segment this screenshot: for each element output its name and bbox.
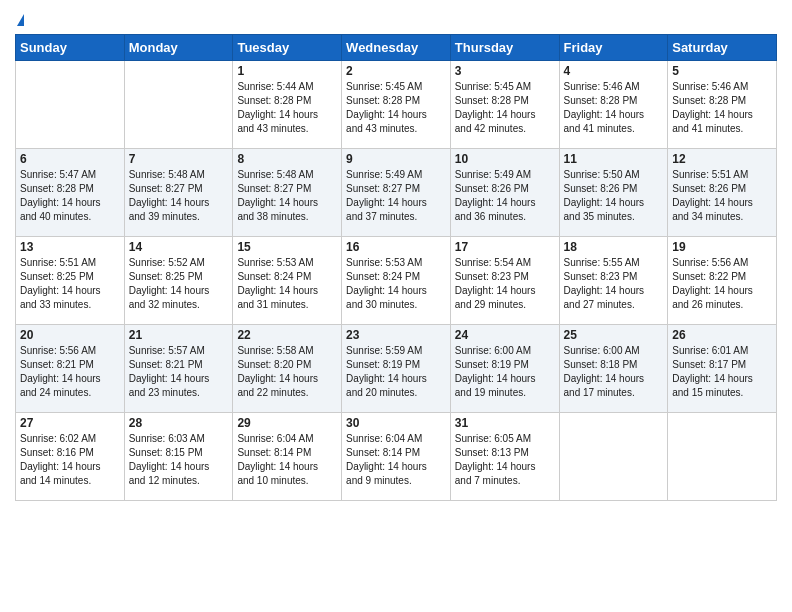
cell-sun-info: Sunrise: 5:54 AM Sunset: 8:23 PM Dayligh… (455, 256, 555, 312)
day-number: 2 (346, 64, 446, 78)
logo-triangle-icon (17, 14, 24, 26)
calendar-cell: 17Sunrise: 5:54 AM Sunset: 8:23 PM Dayli… (450, 237, 559, 325)
cell-sun-info: Sunrise: 5:52 AM Sunset: 8:25 PM Dayligh… (129, 256, 229, 312)
calendar-cell: 6Sunrise: 5:47 AM Sunset: 8:28 PM Daylig… (16, 149, 125, 237)
calendar-week-row: 13Sunrise: 5:51 AM Sunset: 8:25 PM Dayli… (16, 237, 777, 325)
day-number: 29 (237, 416, 337, 430)
calendar-cell: 15Sunrise: 5:53 AM Sunset: 8:24 PM Dayli… (233, 237, 342, 325)
calendar-cell: 31Sunrise: 6:05 AM Sunset: 8:13 PM Dayli… (450, 413, 559, 501)
day-number: 13 (20, 240, 120, 254)
cell-sun-info: Sunrise: 5:55 AM Sunset: 8:23 PM Dayligh… (564, 256, 664, 312)
day-number: 11 (564, 152, 664, 166)
calendar-cell: 23Sunrise: 5:59 AM Sunset: 8:19 PM Dayli… (342, 325, 451, 413)
cell-sun-info: Sunrise: 6:03 AM Sunset: 8:15 PM Dayligh… (129, 432, 229, 488)
calendar-cell: 24Sunrise: 6:00 AM Sunset: 8:19 PM Dayli… (450, 325, 559, 413)
calendar-cell: 5Sunrise: 5:46 AM Sunset: 8:28 PM Daylig… (668, 61, 777, 149)
calendar-cell: 25Sunrise: 6:00 AM Sunset: 8:18 PM Dayli… (559, 325, 668, 413)
calendar-week-row: 1Sunrise: 5:44 AM Sunset: 8:28 PM Daylig… (16, 61, 777, 149)
calendar-cell: 30Sunrise: 6:04 AM Sunset: 8:14 PM Dayli… (342, 413, 451, 501)
day-number: 17 (455, 240, 555, 254)
calendar-cell: 29Sunrise: 6:04 AM Sunset: 8:14 PM Dayli… (233, 413, 342, 501)
day-number: 18 (564, 240, 664, 254)
day-number: 28 (129, 416, 229, 430)
col-wednesday: Wednesday (342, 35, 451, 61)
cell-sun-info: Sunrise: 5:50 AM Sunset: 8:26 PM Dayligh… (564, 168, 664, 224)
day-number: 23 (346, 328, 446, 342)
cell-sun-info: Sunrise: 5:56 AM Sunset: 8:22 PM Dayligh… (672, 256, 772, 312)
calendar-cell: 20Sunrise: 5:56 AM Sunset: 8:21 PM Dayli… (16, 325, 125, 413)
day-number: 4 (564, 64, 664, 78)
day-number: 7 (129, 152, 229, 166)
day-number: 5 (672, 64, 772, 78)
cell-sun-info: Sunrise: 6:02 AM Sunset: 8:16 PM Dayligh… (20, 432, 120, 488)
cell-sun-info: Sunrise: 5:45 AM Sunset: 8:28 PM Dayligh… (455, 80, 555, 136)
day-number: 1 (237, 64, 337, 78)
col-tuesday: Tuesday (233, 35, 342, 61)
cell-sun-info: Sunrise: 6:01 AM Sunset: 8:17 PM Dayligh… (672, 344, 772, 400)
day-number: 3 (455, 64, 555, 78)
calendar-cell: 21Sunrise: 5:57 AM Sunset: 8:21 PM Dayli… (124, 325, 233, 413)
day-number: 15 (237, 240, 337, 254)
calendar-week-row: 27Sunrise: 6:02 AM Sunset: 8:16 PM Dayli… (16, 413, 777, 501)
calendar-header-row: Sunday Monday Tuesday Wednesday Thursday… (16, 35, 777, 61)
calendar-cell: 9Sunrise: 5:49 AM Sunset: 8:27 PM Daylig… (342, 149, 451, 237)
calendar-week-row: 20Sunrise: 5:56 AM Sunset: 8:21 PM Dayli… (16, 325, 777, 413)
calendar-cell (16, 61, 125, 149)
day-number: 26 (672, 328, 772, 342)
calendar-cell (124, 61, 233, 149)
cell-sun-info: Sunrise: 5:51 AM Sunset: 8:25 PM Dayligh… (20, 256, 120, 312)
calendar-cell: 12Sunrise: 5:51 AM Sunset: 8:26 PM Dayli… (668, 149, 777, 237)
cell-sun-info: Sunrise: 5:47 AM Sunset: 8:28 PM Dayligh… (20, 168, 120, 224)
col-sunday: Sunday (16, 35, 125, 61)
cell-sun-info: Sunrise: 5:49 AM Sunset: 8:27 PM Dayligh… (346, 168, 446, 224)
cell-sun-info: Sunrise: 6:05 AM Sunset: 8:13 PM Dayligh… (455, 432, 555, 488)
cell-sun-info: Sunrise: 5:53 AM Sunset: 8:24 PM Dayligh… (346, 256, 446, 312)
cell-sun-info: Sunrise: 5:48 AM Sunset: 8:27 PM Dayligh… (129, 168, 229, 224)
calendar-cell: 19Sunrise: 5:56 AM Sunset: 8:22 PM Dayli… (668, 237, 777, 325)
cell-sun-info: Sunrise: 5:59 AM Sunset: 8:19 PM Dayligh… (346, 344, 446, 400)
day-number: 24 (455, 328, 555, 342)
calendar-cell: 14Sunrise: 5:52 AM Sunset: 8:25 PM Dayli… (124, 237, 233, 325)
cell-sun-info: Sunrise: 5:46 AM Sunset: 8:28 PM Dayligh… (564, 80, 664, 136)
cell-sun-info: Sunrise: 5:46 AM Sunset: 8:28 PM Dayligh… (672, 80, 772, 136)
calendar-cell: 7Sunrise: 5:48 AM Sunset: 8:27 PM Daylig… (124, 149, 233, 237)
cell-sun-info: Sunrise: 5:49 AM Sunset: 8:26 PM Dayligh… (455, 168, 555, 224)
day-number: 12 (672, 152, 772, 166)
calendar-cell: 2Sunrise: 5:45 AM Sunset: 8:28 PM Daylig… (342, 61, 451, 149)
cell-sun-info: Sunrise: 5:48 AM Sunset: 8:27 PM Dayligh… (237, 168, 337, 224)
day-number: 19 (672, 240, 772, 254)
cell-sun-info: Sunrise: 5:58 AM Sunset: 8:20 PM Dayligh… (237, 344, 337, 400)
cell-sun-info: Sunrise: 5:51 AM Sunset: 8:26 PM Dayligh… (672, 168, 772, 224)
day-number: 22 (237, 328, 337, 342)
calendar-cell: 18Sunrise: 5:55 AM Sunset: 8:23 PM Dayli… (559, 237, 668, 325)
day-number: 8 (237, 152, 337, 166)
col-friday: Friday (559, 35, 668, 61)
day-number: 25 (564, 328, 664, 342)
day-number: 16 (346, 240, 446, 254)
calendar-cell (559, 413, 668, 501)
cell-sun-info: Sunrise: 6:00 AM Sunset: 8:19 PM Dayligh… (455, 344, 555, 400)
day-number: 31 (455, 416, 555, 430)
calendar-cell: 11Sunrise: 5:50 AM Sunset: 8:26 PM Dayli… (559, 149, 668, 237)
cell-sun-info: Sunrise: 6:04 AM Sunset: 8:14 PM Dayligh… (346, 432, 446, 488)
col-monday: Monday (124, 35, 233, 61)
calendar-cell (668, 413, 777, 501)
col-saturday: Saturday (668, 35, 777, 61)
calendar-week-row: 6Sunrise: 5:47 AM Sunset: 8:28 PM Daylig… (16, 149, 777, 237)
day-number: 9 (346, 152, 446, 166)
cell-sun-info: Sunrise: 6:04 AM Sunset: 8:14 PM Dayligh… (237, 432, 337, 488)
calendar-cell: 1Sunrise: 5:44 AM Sunset: 8:28 PM Daylig… (233, 61, 342, 149)
day-number: 27 (20, 416, 120, 430)
day-number: 20 (20, 328, 120, 342)
calendar-cell: 28Sunrise: 6:03 AM Sunset: 8:15 PM Dayli… (124, 413, 233, 501)
calendar-table: Sunday Monday Tuesday Wednesday Thursday… (15, 34, 777, 501)
col-thursday: Thursday (450, 35, 559, 61)
day-number: 21 (129, 328, 229, 342)
day-number: 10 (455, 152, 555, 166)
cell-sun-info: Sunrise: 5:44 AM Sunset: 8:28 PM Dayligh… (237, 80, 337, 136)
calendar-cell: 13Sunrise: 5:51 AM Sunset: 8:25 PM Dayli… (16, 237, 125, 325)
cell-sun-info: Sunrise: 5:57 AM Sunset: 8:21 PM Dayligh… (129, 344, 229, 400)
calendar-cell: 10Sunrise: 5:49 AM Sunset: 8:26 PM Dayli… (450, 149, 559, 237)
calendar-cell: 4Sunrise: 5:46 AM Sunset: 8:28 PM Daylig… (559, 61, 668, 149)
cell-sun-info: Sunrise: 6:00 AM Sunset: 8:18 PM Dayligh… (564, 344, 664, 400)
